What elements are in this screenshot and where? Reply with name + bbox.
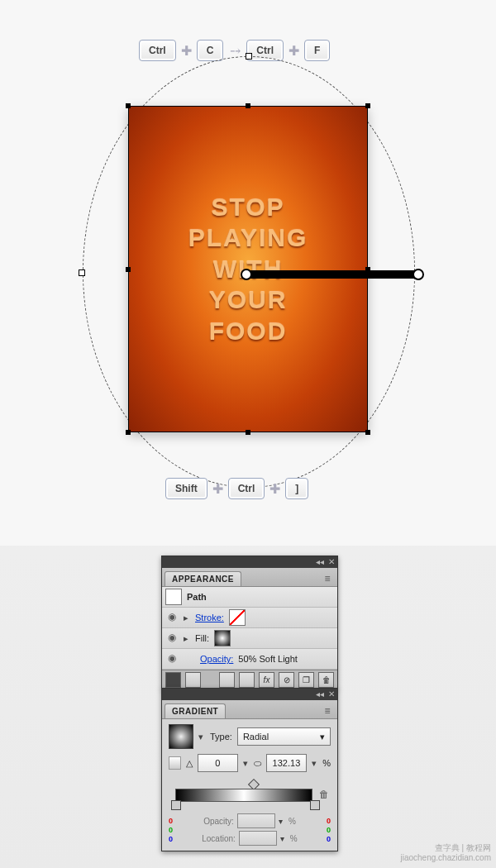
rgb-g: 0 — [327, 826, 331, 834]
visibility-icon[interactable]: ◉ — [165, 611, 179, 624]
new-art-basic-icon[interactable] — [165, 672, 181, 688]
field-caret-icon[interactable]: ▾ — [279, 817, 285, 826]
field-caret-icon[interactable]: ▾ — [280, 834, 287, 843]
shortcut-row-bottom: Shift ✚ Ctrl ✚ ] — [165, 478, 308, 499]
stop-location-field[interactable] — [239, 831, 277, 846]
resize-handle[interactable] — [126, 267, 131, 272]
add-effect-icon[interactable]: fx — [259, 672, 274, 688]
close-icon[interactable]: ✕ — [326, 689, 337, 700]
panel-tabstrip: APPEARANCE ≡ — [162, 568, 337, 587]
collapse-icon[interactable]: ◂◂ — [314, 689, 326, 700]
new-art-clear-icon[interactable] — [185, 672, 201, 688]
opacity-label[interactable]: Opacity: — [200, 654, 233, 664]
stop-left-rgb: 0 0 0 — [169, 817, 173, 843]
duplicate-item-icon[interactable]: ❐ — [298, 672, 314, 688]
add-fill-icon[interactable] — [239, 672, 255, 688]
add-stroke-icon[interactable] — [219, 672, 235, 688]
resize-handle[interactable] — [126, 430, 131, 435]
appearance-fill-row[interactable]: ◉ ▸ Fill: — [162, 628, 337, 649]
shortcut-row-top: Ctrl ✚ C ⤍ Ctrl ✚ F — [139, 40, 330, 61]
aspect-ratio-icon: ⬭ — [254, 758, 261, 769]
unit-percent: % — [290, 834, 298, 843]
reverse-gradient-icon[interactable] — [169, 756, 181, 770]
plus-icon: ✚ — [269, 481, 280, 497]
gradient-preset-caret-icon[interactable]: ▾ — [198, 732, 205, 742]
appearance-stroke-row[interactable]: ◉ ▸ Stroke: — [162, 608, 337, 628]
anchor-point[interactable] — [246, 53, 252, 60]
stop-opacity-label: Opacity: — [203, 817, 234, 826]
unit-percent: % — [289, 817, 296, 826]
angle-icon: △ — [186, 758, 193, 769]
field-caret-icon[interactable]: ▾ — [312, 758, 317, 769]
key-c[interactable]: C — [197, 40, 224, 61]
rgb-b: 0 — [327, 835, 331, 843]
gradient-annotator[interactable] — [245, 270, 420, 279]
dropdown-caret-icon: ▾ — [320, 732, 325, 742]
disclosure-tri-icon[interactable]: ▸ — [184, 633, 190, 644]
visibility-icon[interactable]: ◉ — [165, 652, 179, 665]
panel-titlebar[interactable]: ◂◂ ✕ — [162, 556, 337, 568]
resize-handle[interactable] — [126, 103, 131, 108]
tab-appearance[interactable]: APPEARANCE — [165, 571, 241, 586]
rgb-r: 0 — [169, 817, 173, 825]
gradient-angle-field[interactable]: 0 — [198, 754, 238, 772]
plus-icon: ✚ — [181, 43, 192, 59]
appearance-target-label: Path — [187, 592, 207, 602]
gradient-body: ▾ Type: Radial ▾ △ 0 ▾ ⬭ 132.13 ▾ % — [162, 719, 337, 851]
visibility-icon[interactable]: ◉ — [165, 632, 179, 645]
aspect-unit: % — [322, 758, 331, 768]
delete-stop-icon[interactable]: 🗑 — [319, 789, 331, 800]
panel-titlebar[interactable]: ◂◂ ✕ — [162, 689, 337, 700]
plus-icon: ✚ — [289, 43, 299, 59]
watermark-line: 查字典 | 教程网 — [400, 843, 491, 853]
anchor-point[interactable] — [79, 269, 85, 276]
appearance-opacity-row[interactable]: ◉ Opacity: 50% Soft Light — [162, 649, 337, 670]
plus-icon: ✚ — [212, 481, 223, 497]
gradient-panel: ◂◂ ✕ GRADIENT ≡ ▾ Type: Radial ▾ △ 0 — [161, 688, 338, 851]
tab-gradient[interactable]: GRADIENT — [165, 703, 226, 718]
appearance-target-row[interactable]: Path — [162, 587, 337, 608]
panel-tabstrip: GRADIENT ≡ — [162, 700, 337, 719]
fill-label: Fill: — [195, 633, 209, 643]
key-bracket[interactable]: ] — [285, 478, 308, 499]
key-ctrl-2[interactable]: Ctrl — [246, 40, 284, 61]
opacity-value: 50% Soft Light — [238, 654, 298, 664]
resize-handle[interactable] — [246, 430, 250, 435]
gradient-stop-right[interactable] — [311, 800, 319, 810]
resize-handle[interactable] — [365, 103, 370, 108]
stop-location-label: Location: — [202, 834, 236, 843]
key-ctrl[interactable]: Ctrl — [228, 478, 265, 499]
gradient-type-dropdown[interactable]: Radial ▾ — [237, 727, 331, 746]
close-icon[interactable]: ✕ — [326, 556, 337, 568]
disclosure-tri-icon[interactable]: ▸ — [184, 613, 190, 623]
field-caret-icon[interactable]: ▾ — [243, 758, 249, 769]
collapse-icon[interactable]: ◂◂ — [314, 556, 326, 568]
stop-opacity-field[interactable] — [237, 813, 275, 828]
gradient-aspect-field[interactable]: 132.13 — [266, 754, 307, 772]
appearance-panel: ◂◂ ✕ APPEARANCE ≡ Path ◉ ▸ Stroke: ◉ ▸ F… — [161, 556, 338, 689]
resize-handle[interactable] — [365, 430, 370, 435]
target-thumb-icon — [165, 589, 182, 605]
stroke-swatch-none[interactable] — [229, 609, 246, 626]
gradient-stop-left[interactable] — [172, 800, 180, 810]
watermark-line: jiaocheng.chazidian.com — [400, 853, 491, 863]
key-ctrl[interactable]: Ctrl — [139, 40, 176, 61]
stroke-label[interactable]: Stroke: — [195, 613, 224, 622]
gradient-type-label: Type: — [210, 732, 232, 742]
gradient-slider[interactable]: 🗑 — [169, 777, 331, 812]
appearance-footer: fx ⊘ ❐ 🗑 — [162, 670, 337, 689]
resize-handle[interactable] — [246, 103, 250, 108]
gradient-track[interactable] — [175, 789, 312, 802]
panel-menu-icon[interactable]: ≡ — [317, 703, 337, 718]
clear-appearance-icon[interactable]: ⊘ — [279, 672, 294, 688]
gradient-thumbnail[interactable] — [169, 724, 193, 749]
delete-item-icon[interactable]: 🗑 — [318, 672, 334, 688]
artboard-stage: Ctrl ✚ C ⤍ Ctrl ✚ F STOP PLAYING WITH YO… — [0, 0, 496, 546]
key-f[interactable]: F — [304, 40, 330, 61]
panel-menu-icon[interactable]: ≡ — [317, 571, 337, 586]
key-shift[interactable]: Shift — [165, 478, 207, 499]
stop-right-rgb: 0 0 0 — [327, 817, 331, 843]
fill-swatch-radial[interactable] — [214, 630, 231, 646]
rgb-b: 0 — [169, 835, 173, 843]
rgb-g: 0 — [169, 826, 173, 834]
